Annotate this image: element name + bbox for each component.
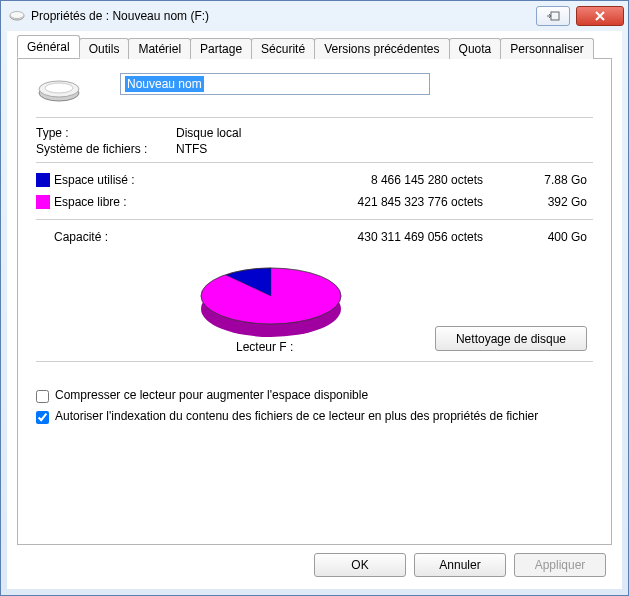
divider — [36, 361, 593, 362]
tab-quota[interactable]: Quota — [449, 38, 502, 59]
index-label: Autoriser l'indexation du contenu des fi… — [55, 409, 538, 424]
drive-icon-large — [36, 73, 82, 103]
type-label: Type : — [36, 126, 176, 140]
drive-icon — [9, 10, 25, 22]
drive-letter-label: Lecteur F : — [236, 340, 293, 354]
tab-sharing[interactable]: Partage — [190, 38, 252, 59]
used-gb: 7.88 Go — [513, 173, 593, 187]
compress-label: Compresser ce lecteur pour augmenter l'e… — [55, 388, 368, 403]
window-title: Propriétés de : Nouveau nom (F:) — [31, 9, 532, 23]
used-bytes: 8 466 145 280 octets — [194, 173, 513, 187]
space-table: Espace utilisé : 8 466 145 280 octets 7.… — [36, 169, 593, 213]
cancel-button[interactable]: Annuler — [414, 553, 506, 577]
tabstrip: Général Outils Matériel Partage Sécurité… — [17, 37, 612, 59]
disk-usage-pie-chart — [196, 254, 346, 346]
used-swatch-icon — [36, 173, 50, 187]
drive-name-input[interactable]: Nouveau nom — [120, 73, 430, 95]
type-value: Disque local — [176, 126, 593, 140]
svg-point-5 — [45, 83, 73, 93]
tab-previous-versions[interactable]: Versions précédentes — [314, 38, 449, 59]
capacity-gb: 400 Go — [513, 230, 593, 244]
apply-button[interactable]: Appliquer — [514, 553, 606, 577]
close-button[interactable] — [576, 6, 624, 26]
disk-cleanup-button[interactable]: Nettoyage de disque — [435, 326, 587, 351]
fs-label: Système de fichiers : — [36, 142, 176, 156]
divider — [36, 117, 593, 118]
free-label: Espace libre : — [54, 195, 194, 209]
tab-customize[interactable]: Personnaliser — [500, 38, 593, 59]
tab-panel-general: Nouveau nom Type : Disque local Système … — [17, 59, 612, 545]
divider — [36, 219, 593, 220]
capacity-bytes: 430 311 469 056 octets — [194, 230, 513, 244]
drive-name-value: Nouveau nom — [125, 76, 204, 92]
svg-point-1 — [10, 12, 24, 19]
client-area: Général Outils Matériel Partage Sécurité… — [7, 31, 622, 589]
titlebar[interactable]: Propriétés de : Nouveau nom (F:) — [1, 1, 628, 31]
capacity-label: Capacité : — [54, 230, 194, 244]
fs-value: NTFS — [176, 142, 593, 156]
free-gb: 392 Go — [513, 195, 593, 209]
svg-rect-2 — [551, 12, 559, 20]
divider — [36, 162, 593, 163]
pin-button[interactable] — [536, 6, 570, 26]
ok-button[interactable]: OK — [314, 553, 406, 577]
free-swatch-icon — [36, 195, 50, 209]
compress-checkbox[interactable] — [36, 390, 49, 403]
tab-hardware[interactable]: Matériel — [128, 38, 191, 59]
tab-general[interactable]: Général — [17, 35, 80, 58]
tab-security[interactable]: Sécurité — [251, 38, 315, 59]
used-label: Espace utilisé : — [54, 173, 194, 187]
index-checkbox[interactable] — [36, 411, 49, 424]
free-bytes: 421 845 323 776 octets — [194, 195, 513, 209]
properties-dialog: Propriétés de : Nouveau nom (F:) Général… — [0, 0, 629, 596]
tab-tools[interactable]: Outils — [79, 38, 130, 59]
dialog-buttons: OK Annuler Appliquer — [17, 545, 612, 579]
